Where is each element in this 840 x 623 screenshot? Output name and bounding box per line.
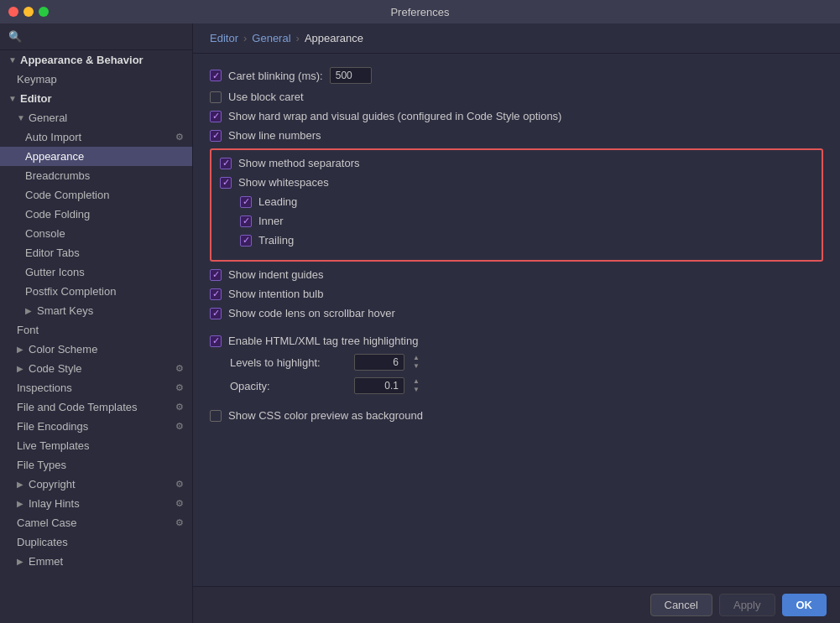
sidebar-item-label: Camel Case xyxy=(17,517,77,529)
sidebar-item-file-encodings[interactable]: File Encodings ⚙ xyxy=(0,417,192,436)
levels-down-button[interactable]: ▼ xyxy=(413,362,420,371)
levels-row: Levels to highlight: ▲ ▼ xyxy=(230,354,823,371)
breadcrumb-sep1: › xyxy=(243,32,247,44)
minimize-button[interactable] xyxy=(23,7,34,17)
sidebar-item-file-code-templates[interactable]: File and Code Templates ⚙ xyxy=(0,397,192,417)
whitespaces-label: Show whitespaces xyxy=(238,176,329,189)
settings-icon: ⚙ xyxy=(175,479,184,490)
sidebar-item-label: Smart Keys xyxy=(37,304,93,317)
sidebar-item-keymap[interactable]: Keymap xyxy=(0,70,192,89)
html-xml-checkbox[interactable] xyxy=(210,335,222,347)
apply-button[interactable]: Apply xyxy=(719,594,775,616)
breadcrumb-part-general: General xyxy=(252,32,290,44)
opacity-down-button[interactable]: ▼ xyxy=(413,386,420,394)
sidebar-item-file-types[interactable]: File Types xyxy=(0,455,192,475)
trailing-row: Trailing xyxy=(240,234,813,247)
block-caret-label: Use block caret xyxy=(228,91,304,103)
opacity-input[interactable] xyxy=(354,377,404,394)
method-separators-checkbox[interactable] xyxy=(220,158,232,169)
sidebar-item-label: Inspections xyxy=(17,382,72,394)
levels-up-button[interactable]: ▲ xyxy=(413,354,420,362)
sidebar-item-breadcrumbs[interactable]: Breadcrumbs xyxy=(0,166,192,185)
line-numbers-checkbox[interactable] xyxy=(210,130,222,142)
code-lens-checkbox[interactable] xyxy=(210,308,222,319)
cancel-button[interactable]: Cancel xyxy=(650,594,712,616)
inner-label: Inner xyxy=(258,215,284,227)
sidebar-item-gutter-icons[interactable]: Gutter Icons xyxy=(0,262,192,282)
sidebar-item-smart-keys[interactable]: ▶ Smart Keys xyxy=(0,301,192,320)
sidebar-item-label: Emmet xyxy=(29,555,63,568)
sidebar-item-appearance[interactable]: Appearance xyxy=(0,147,192,166)
sidebar-item-console[interactable]: Console xyxy=(0,224,192,243)
caret-blinking-input[interactable] xyxy=(330,67,372,84)
sidebar-item-copyright[interactable]: ▶ Copyright ⚙ xyxy=(0,475,192,494)
arrow-icon: ▼ xyxy=(8,55,17,65)
sidebar-item-postfix-completion[interactable]: Postfix Completion xyxy=(0,282,192,301)
window-title: Preferences xyxy=(390,6,449,18)
css-color-checkbox[interactable] xyxy=(210,410,222,422)
sidebar-item-label: Live Templates xyxy=(17,439,89,452)
maximize-button[interactable] xyxy=(39,7,49,17)
opacity-row: Opacity: ▲ ▼ xyxy=(230,377,823,394)
html-xml-label: Enable HTML/XML tag tree highlighting xyxy=(228,335,418,347)
arrow-icon: ▶ xyxy=(25,306,34,315)
ok-button[interactable]: OK xyxy=(782,594,827,616)
breadcrumb-current: Appearance xyxy=(305,32,363,44)
sidebar-item-general[interactable]: ▼ General xyxy=(0,108,192,127)
leading-row: Leading xyxy=(240,195,813,208)
opacity-up-button[interactable]: ▲ xyxy=(413,377,420,386)
spacer1 xyxy=(210,326,823,335)
sidebar-item-editor-tabs[interactable]: Editor Tabs xyxy=(0,243,192,262)
sidebar-item-label: Auto Import xyxy=(25,131,81,143)
sidebar-item-live-templates[interactable]: Live Templates xyxy=(0,436,192,455)
sidebar-item-label: Postfix Completion xyxy=(25,285,116,298)
settings-icon: ⚙ xyxy=(175,421,184,432)
block-caret-row: Use block caret xyxy=(210,91,823,103)
sidebar-item-label: General xyxy=(29,112,67,124)
settings-icon: ⚙ xyxy=(175,402,184,413)
sidebar-item-color-scheme[interactable]: ▶ Color Scheme xyxy=(0,340,192,359)
sidebar-item-label: Breadcrumbs xyxy=(25,169,90,182)
sidebar-item-editor[interactable]: ▼ Editor xyxy=(0,89,192,108)
sidebar-item-label: Copyright xyxy=(29,478,76,491)
whitespaces-checkbox[interactable] xyxy=(220,177,232,189)
levels-label: Levels to highlight: xyxy=(230,356,347,369)
trailing-checkbox[interactable] xyxy=(240,235,252,247)
caret-blinking-label: Caret blinking (ms): xyxy=(228,70,323,82)
sidebar-item-auto-import[interactable]: Auto Import ⚙ xyxy=(0,127,192,147)
sidebar-item-label: Code Folding xyxy=(25,208,90,221)
hard-wrap-checkbox[interactable] xyxy=(210,111,222,122)
sidebar-item-emmet[interactable]: ▶ Emmet xyxy=(0,552,192,571)
sidebar-item-label: Gutter Icons xyxy=(25,266,85,278)
indent-guides-row: Show indent guides xyxy=(210,268,823,281)
sidebar-item-code-completion[interactable]: Code Completion xyxy=(0,185,192,205)
line-numbers-label: Show line numbers xyxy=(228,129,321,142)
sidebar-item-label: Appearance & Behavior xyxy=(20,54,143,66)
sidebar-item-appearance-behavior[interactable]: ▼ Appearance & Behavior xyxy=(0,50,192,70)
leading-checkbox[interactable] xyxy=(240,196,252,208)
intention-bulb-checkbox[interactable] xyxy=(210,288,222,300)
indent-guides-checkbox[interactable] xyxy=(210,269,222,281)
sidebar-item-code-style[interactable]: ▶ Code Style ⚙ xyxy=(0,359,192,378)
sidebar-item-camel-case[interactable]: Camel Case ⚙ xyxy=(0,513,192,532)
sidebar-item-duplicates[interactable]: Duplicates xyxy=(0,532,192,552)
settings-body: Caret blinking (ms): Use block caret Sho… xyxy=(193,54,840,586)
sidebar-item-label: Code Style xyxy=(29,362,82,375)
arrow-icon: ▼ xyxy=(17,113,25,122)
sidebar-item-code-folding[interactable]: Code Folding xyxy=(0,205,192,224)
sidebar-item-font[interactable]: Font xyxy=(0,320,192,340)
search-icon: 🔍 xyxy=(8,30,22,43)
content-area: Editor › General › Appearance Caret blin… xyxy=(193,23,840,623)
inner-checkbox[interactable] xyxy=(240,215,252,227)
sidebar-item-inspections[interactable]: Inspections ⚙ xyxy=(0,378,192,397)
sidebar-item-inlay-hints[interactable]: ▶ Inlay Hints ⚙ xyxy=(0,494,192,513)
close-button[interactable] xyxy=(8,7,18,17)
sidebar-item-label: Editor xyxy=(20,92,52,105)
levels-input[interactable] xyxy=(354,354,404,371)
sidebar-item-label: Editor Tabs xyxy=(25,247,80,259)
block-caret-checkbox[interactable] xyxy=(210,91,222,103)
method-separators-label: Show method separators xyxy=(238,157,360,169)
caret-blinking-checkbox[interactable] xyxy=(210,70,222,81)
code-lens-row: Show code lens on scrollbar hover xyxy=(210,307,823,319)
search-bar[interactable]: 🔍 xyxy=(0,23,192,50)
